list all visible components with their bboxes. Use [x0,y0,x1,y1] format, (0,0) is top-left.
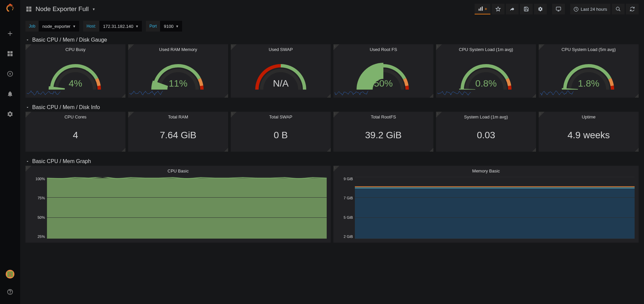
panel-menu-handle[interactable]: i [333,166,339,172]
y-tick-label: 2 GiB [337,235,353,239]
template-variables: Job node_exporter ▼ Host: 172.31.182.140… [20,18,644,34]
var-host-select[interactable]: 172.31.182.140 ▼ [100,21,142,32]
stat-panel[interactable]: i Uptime 4.9 weeks [539,112,639,152]
stat-value: 0 B [274,130,288,141]
stat-body: 7.64 GiB [129,120,227,150]
side-nav [0,0,20,304]
gauge-value: 50% [374,78,393,89]
panel-menu-handle[interactable]: i [128,44,134,50]
panel-menu-handle[interactable]: i [25,112,32,118]
panel-resize-handle[interactable] [224,94,228,98]
share-icon [509,6,515,12]
panel-menu-handle[interactable]: i [539,44,545,50]
search-icon [615,6,621,12]
panel-cpu-basic[interactable]: i CPU Basic 100%75%50%25% [25,166,331,243]
panel-resize-handle[interactable] [532,148,536,152]
toolbar: + Last 24 hours [475,4,639,14]
panel-resize-handle[interactable] [327,148,331,152]
panel-resize-handle[interactable] [429,148,433,152]
stat-panel[interactable]: i Total RootFS 39.2 GiB [333,112,433,152]
settings-button[interactable] [534,4,547,14]
nav-create[interactable] [3,27,17,40]
svg-rect-8 [10,273,11,274]
stat-value: 7.64 GiB [160,130,197,141]
panel-menu-handle[interactable]: i [128,112,134,118]
panel-resize-handle[interactable] [635,94,639,98]
nav-config[interactable] [3,107,17,121]
chart-area: 100%75%50%25% [27,174,329,241]
svg-rect-22 [47,178,327,239]
panel-menu-handle[interactable]: i [231,112,237,118]
panel-memory-basic[interactable]: i Memory Basic 9 GiB7 GiB5 GiB2 GiB [333,166,639,243]
share-button[interactable] [506,4,519,14]
gauge-body: 1.8% [540,53,637,96]
row-header-info[interactable]: Basic CPU / Mem / Disk Info [25,102,639,112]
nav-alerting[interactable] [3,87,17,101]
nav-help[interactable] [3,285,17,299]
gauge-panel[interactable]: i Used Root FS 50% [333,44,433,98]
panel-menu-handle[interactable]: i [539,112,545,118]
panel-resize-handle[interactable] [327,94,331,98]
caret-down-icon: ▼ [72,24,76,28]
refresh-button[interactable] [626,4,639,14]
add-panel-button[interactable]: + [475,4,491,14]
panel-title: System Load (1m avg) [437,113,535,120]
gauge-panel[interactable]: i Used SWAP N/A [231,44,331,98]
star-button[interactable] [492,4,504,14]
stat-panel[interactable]: i Total SWAP 0 B [231,112,331,152]
dashboard-title[interactable]: Node Exporter Full ▼ [25,5,95,13]
stat-panel[interactable]: i System Load (1m avg) 0.03 [436,112,536,152]
memory-chart [355,177,635,239]
panel-menu-handle[interactable]: i [333,44,339,50]
panel-resize-handle[interactable] [224,148,228,152]
stat-body: 0.03 [437,120,535,150]
panel-menu-handle[interactable]: i [25,166,32,172]
cycle-view-button[interactable] [552,4,565,14]
row-header-gauges[interactable]: Basic CPU / Mem / Disk Gauge [25,34,639,44]
gauge-panel[interactable]: i CPU Busy 4% [25,44,125,98]
panel-menu-handle[interactable]: i [231,44,237,50]
stat-panel[interactable]: i CPU Cores 4 [25,112,125,152]
stat-value: 0.03 [477,130,495,141]
panel-menu-handle[interactable]: i [436,112,442,118]
panel-menu-handle[interactable]: i [333,112,339,118]
var-port: Port 9100 ▼ [146,21,182,32]
save-button[interactable] [520,4,533,14]
svg-rect-23 [355,188,635,239]
var-job-select[interactable]: node_exporter ▼ [39,21,79,32]
stat-value: 4 [73,130,78,141]
gauge-panel[interactable]: i CPU System Load (1m avg) 0.8% [436,44,536,98]
svg-point-21 [616,7,619,10]
panel-menu-handle[interactable]: i [25,44,32,50]
gauge-panel[interactable]: i CPU System Load (5m avg) 1.8% [539,44,639,98]
var-job-value: node_exporter [42,24,70,29]
y-tick-label: 50% [29,215,45,219]
gauge-body: 0.8% [437,53,535,96]
panel-menu-handle[interactable]: i [436,44,442,50]
nav-explore[interactable] [3,67,17,81]
zoom-out-button[interactable] [612,4,625,14]
gauge-value: 1.8% [578,78,599,89]
var-port-select[interactable]: 9100 ▼ [160,21,182,32]
panel-title: CPU System Load (1m avg) [437,46,535,53]
time-range-picker[interactable]: Last 24 hours [570,4,610,14]
time-range-text: Last 24 hours [581,7,607,12]
chart-area: 9 GiB7 GiB5 GiB2 GiB [335,174,637,241]
panel-resize-handle[interactable] [121,148,125,152]
panel-resize-handle[interactable] [532,94,536,98]
row-header-graphs[interactable]: Basic CPU / Mem Graph [25,156,639,166]
grafana-logo[interactable] [5,3,15,13]
svg-rect-15 [29,9,32,12]
var-job-label: Job [25,21,39,32]
y-tick-label: 5 GiB [337,215,353,219]
stat-panel[interactable]: i Total RAM 7.64 GiB [128,112,228,152]
panel-resize-handle[interactable] [429,94,433,98]
user-avatar[interactable] [6,270,14,278]
gauge-body: N/A [232,53,329,96]
nav-dashboards[interactable] [3,47,17,60]
panel-title: CPU Cores [27,113,124,120]
panel-resize-handle[interactable] [635,148,639,152]
panel-title: Used SWAP [232,46,329,53]
gauge-panel[interactable]: i Used RAM Memory 11% [128,44,228,98]
panel-resize-handle[interactable] [121,94,125,98]
